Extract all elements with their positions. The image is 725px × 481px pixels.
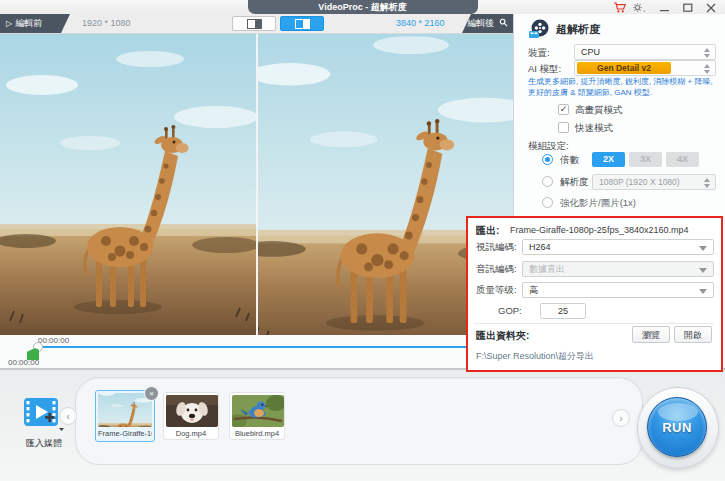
after-resolution: 3840 * 2160 <box>396 14 445 33</box>
video-codec-label: 視訊編碼: <box>476 241 517 254</box>
model-description: 生成更多細節, 提升清晰度, 銳利度, 消除模糊 + 降噪, 更好的皮膚 & 頭… <box>528 77 718 99</box>
single-view-icon <box>247 19 262 29</box>
check-icon: ✓ <box>560 104 568 114</box>
split-view-toggle[interactable] <box>280 16 324 31</box>
module-settings-label: 模組設定: <box>528 140 569 153</box>
gop-value: 25 <box>558 306 568 316</box>
media-item-name: Dog.mp4 <box>166 429 216 438</box>
gop-label: GOP: <box>498 305 522 316</box>
tab-edit-before[interactable]: ▷編輯前 <box>0 14 70 33</box>
remove-media-icon[interactable]: × <box>144 386 159 401</box>
fast-mode-checkbox[interactable] <box>558 122 569 133</box>
media-item-name: Bluebird.mp4 <box>232 429 282 438</box>
maximize-button[interactable] <box>682 2 694 13</box>
giraffe-thumbnail <box>98 393 152 427</box>
cart-icon[interactable] <box>612 2 627 13</box>
timeline: 00:00:00 00:00:00 <box>0 335 513 368</box>
media-bar: 匯入媒體 ‹ × Frame-Giraffe-10 <box>0 370 725 481</box>
audio-codec-select[interactable]: 數據直出 <box>522 261 714 277</box>
export-label: 匯出: <box>476 224 499 238</box>
app-window: VideoProc - 超解析度 ▷編輯前 1920 * 1080 3840 *… <box>0 0 725 481</box>
fast-mode-label: 快速模式 <box>575 122 613 135</box>
resolution-label: 解析度 <box>560 176 589 189</box>
hq-mode-label: 高畫質模式 <box>575 104 623 117</box>
folder-label: 匯出資料夾: <box>476 329 529 343</box>
video-preview-before[interactable] <box>0 33 256 335</box>
stepper-arrows-icon <box>704 64 711 74</box>
browse-button[interactable]: 瀏覽 <box>632 326 670 343</box>
bluebird-thumbnail <box>232 395 284 427</box>
tab-edit-after[interactable]: 編輯後 <box>462 14 513 33</box>
scroll-right-button[interactable]: › <box>612 409 630 427</box>
media-tray <box>75 377 643 465</box>
audio-codec-value: 數據直出 <box>529 263 565 276</box>
film-reel-icon <box>527 18 551 40</box>
chevron-right-icon: › <box>619 412 623 424</box>
ai-model-value: Gen Detail v2 <box>577 62 671 74</box>
ai-model-label: AI 模型: <box>528 63 561 76</box>
device-value: CPU <box>581 47 600 57</box>
media-item-dog[interactable]: Dog.mp4 <box>163 392 219 440</box>
scale-3x-button[interactable]: 3X <box>629 152 662 167</box>
audio-codec-label: 音訊編碼: <box>476 263 517 276</box>
output-section: 匯出: Frame-Giraffe-1080p-25fps_3840x2160.… <box>466 216 723 372</box>
hq-mode-checkbox[interactable]: ✓ <box>558 104 569 115</box>
device-select[interactable]: CPU <box>574 44 716 60</box>
media-item-name: Frame-Giraffe-10 <box>98 429 152 438</box>
stepper-arrows-icon <box>704 48 711 58</box>
split-view-icon <box>295 19 310 29</box>
import-media-label: 匯入媒體 <box>14 437 74 450</box>
quality-select[interactable]: 高 <box>522 282 714 298</box>
quality-label: 质量等级: <box>476 284 517 297</box>
run-button[interactable]: RUN <box>647 397 707 457</box>
enhance-radio[interactable] <box>542 197 553 208</box>
single-view-toggle[interactable] <box>232 16 276 31</box>
panel-title: 超解析度 <box>556 22 600 37</box>
window-title: VideoProc - 超解析度 <box>248 0 478 14</box>
folder-path: F:\Super Resolution\超分导出 <box>476 350 594 363</box>
quality-value: 高 <box>529 284 538 297</box>
chevron-left-icon: ‹ <box>66 410 70 422</box>
resolution-radio[interactable] <box>542 176 553 187</box>
magnifier-icon <box>499 18 508 27</box>
dropdown-arrow-icon <box>699 246 707 251</box>
ai-model-select[interactable]: Gen Detail v2 <box>574 60 716 76</box>
resolution-select[interactable]: 1080P (1920 X 1080) <box>592 174 716 190</box>
media-item-bluebird[interactable]: Bluebird.mp4 <box>229 392 285 440</box>
settings-gear-icon[interactable] <box>631 2 647 13</box>
scroll-left-button[interactable]: ‹ <box>59 407 77 425</box>
video-codec-value: H264 <box>529 242 551 252</box>
timeline-start-marker[interactable] <box>27 348 39 360</box>
timeline-time-top: 00:00:00 <box>38 336 69 345</box>
dropdown-arrow-icon <box>699 268 707 273</box>
scale-label: 倍數 <box>560 154 579 167</box>
dog-thumbnail <box>166 395 218 427</box>
gop-input[interactable]: 25 <box>540 303 586 319</box>
before-resolution: 1920 * 1080 <box>82 14 131 33</box>
stepper-arrows-icon <box>704 178 711 188</box>
scale-radio[interactable] <box>542 154 553 165</box>
titlebar: VideoProc - 超解析度 <box>0 0 725 14</box>
export-filename: Frame-Giraffe-1080p-25fps_3840x2160.mp4 <box>510 225 688 235</box>
enhance-label: 強化影片/圖片(1x) <box>560 197 636 210</box>
tab-edit-after-label: 編輯後 <box>467 18 494 28</box>
media-item-giraffe[interactable]: × Frame-Giraffe-10 <box>95 390 155 442</box>
scale-4x-button[interactable]: 4X <box>666 152 699 167</box>
device-label: 裝置: <box>528 47 550 60</box>
play-icon: ▷ <box>6 19 12 28</box>
preview-header: ▷編輯前 1920 * 1080 3840 * 2160 編輯後 <box>0 14 513 34</box>
scale-2x-button[interactable]: 2X <box>592 152 625 167</box>
open-button[interactable]: 開啟 <box>674 326 712 343</box>
minimize-button[interactable] <box>659 2 671 13</box>
close-button[interactable] <box>705 2 717 13</box>
dropdown-arrow-icon <box>699 289 707 294</box>
output-separator <box>474 323 714 324</box>
tab-edit-before-label: 編輯前 <box>15 18 42 28</box>
resolution-value: 1080P (1920 X 1080) <box>599 177 680 187</box>
video-codec-select[interactable]: H264 <box>522 239 714 255</box>
